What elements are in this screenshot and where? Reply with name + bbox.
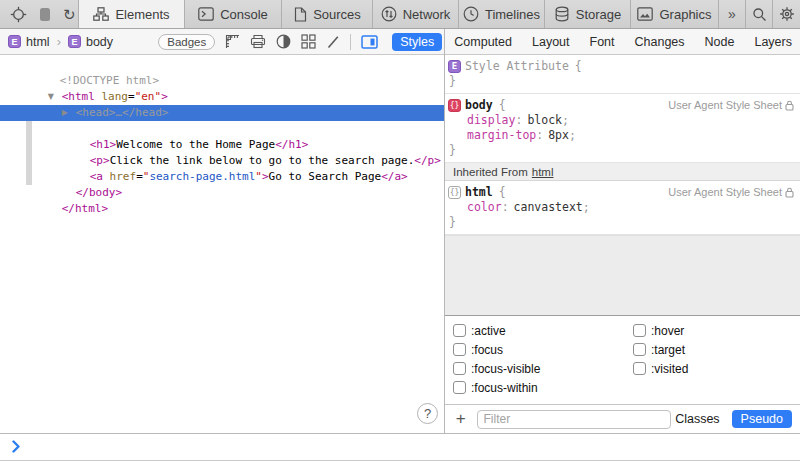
pseudo-label: :focus-within [471, 381, 538, 395]
sidebar-tab-node[interactable]: Node [697, 33, 743, 51]
checkbox-target[interactable] [633, 343, 646, 356]
closing-brace: } [445, 74, 800, 89]
tab-storage[interactable]: Storage [544, 0, 630, 28]
inherited-element-link[interactable]: html [532, 166, 554, 178]
disclosure-triangle-icon[interactable]: ▼ [48, 89, 62, 105]
more-tabs-icon[interactable]: » [718, 0, 745, 28]
add-rule-button[interactable]: + [453, 409, 469, 429]
breadcrumb-item-body[interactable]: body [86, 35, 113, 49]
style-attribute-section: E Style Attribute { } [445, 55, 800, 94]
checkbox-focus-within[interactable] [453, 381, 466, 394]
element-picker-icon[interactable] [10, 6, 27, 23]
rule-html: {} html { User Agent Style Sheet color:c… [445, 181, 800, 235]
tab-elements[interactable]: Elements [78, 0, 184, 28]
sidebar-tab-font[interactable]: Font [582, 33, 623, 51]
checkbox-active[interactable] [453, 324, 466, 337]
disclosure-triangle-icon[interactable]: ▶ [62, 105, 76, 121]
dom-toolbar: E html › E body Badges [0, 29, 386, 54]
grid-overlay-icon[interactable] [301, 34, 316, 49]
tab-timelines[interactable]: Timelines [458, 0, 544, 28]
image-icon [637, 7, 653, 21]
checkbox-focus[interactable] [453, 343, 466, 356]
clock-icon [463, 6, 479, 22]
element-badge: E [8, 35, 21, 48]
styles-bottom-bar: + Classes Pseudo [445, 404, 800, 433]
rule-selector-row[interactable]: {} body { User Agent Style Sheet [445, 98, 800, 113]
print-icon[interactable] [250, 34, 266, 49]
checkbox-visited[interactable] [633, 362, 646, 375]
secondary-toolbar: E html › E body Badges [0, 29, 800, 55]
disclosure-triangle-icon[interactable]: ▼ [62, 121, 76, 137]
checkbox-hover[interactable] [633, 324, 646, 337]
attribute-link-value[interactable]: search-page.html [149, 170, 255, 183]
quick-console-bar[interactable] [0, 433, 800, 461]
css-property-row[interactable]: margin-top:8px; [445, 128, 800, 143]
style-filter-input[interactable] [477, 410, 672, 429]
tab-sources[interactable]: Sources [281, 0, 372, 28]
tab-label: Storage [576, 7, 622, 22]
rule-selector-row[interactable]: {} html { User Agent Style Sheet [445, 185, 800, 200]
checkbox-focus-visible[interactable] [453, 362, 466, 375]
inherited-from-bar: Inherited From html [445, 163, 800, 181]
rule-selector: body [465, 98, 493, 113]
closing-brace: } [445, 215, 800, 230]
pseudo-class-panel: :active :focus :focus-visible :focus-wit… [445, 316, 800, 400]
device-icon[interactable] [39, 7, 51, 22]
main-tab-bar: ↻ Elements Console Sources [0, 0, 800, 29]
sitemap-icon [93, 7, 109, 21]
sidebar-tab-layers[interactable]: Layers [746, 33, 800, 51]
classes-button[interactable]: Classes [671, 410, 723, 428]
pseudo-label: :focus-visible [471, 362, 540, 376]
search-icon[interactable] [745, 0, 772, 28]
pseudo-row: :target [633, 340, 688, 359]
tab-label: Network [403, 7, 451, 22]
dom-node-doctype[interactable]: <!DOCTYPE html> [0, 57, 444, 73]
database-icon [554, 6, 570, 22]
console-icon [198, 7, 214, 21]
styles-sidebar: E Style Attribute { } {} body { User Age… [445, 55, 800, 433]
rulers-icon[interactable] [225, 34, 240, 49]
selection-indent-guide [26, 121, 32, 185]
breadcrumb-item-html[interactable]: html [26, 35, 50, 49]
tab-label: Console [220, 7, 268, 22]
sidebar-tab-changes[interactable]: Changes [627, 33, 693, 51]
pseudo-row: :focus-visible [453, 359, 540, 378]
pseudo-row: :focus [453, 340, 540, 359]
details-sidebar-toggle-icon[interactable] [361, 35, 378, 49]
pseudo-row: :hover [633, 321, 688, 340]
pseudo-button[interactable]: Pseudo [732, 410, 792, 428]
tab-network[interactable]: Network [372, 0, 458, 28]
badges-button[interactable]: Badges [158, 34, 215, 50]
lock-icon [785, 187, 794, 198]
css-property-row[interactable]: color:canvastext; [445, 200, 800, 215]
inspector-toolbar-right: » [718, 0, 800, 28]
pseudo-label: :hover [651, 324, 684, 338]
style-attribute-selector-row[interactable]: E Style Attribute { [445, 59, 800, 74]
element-badge: E [68, 35, 81, 48]
appearance-contrast-icon[interactable] [276, 34, 291, 49]
styles-empty-area [445, 235, 800, 316]
sidebar-tab-layout[interactable]: Layout [524, 33, 578, 51]
tab-console[interactable]: Console [184, 0, 281, 28]
sidebar-tab-bar: Styles Computed Layout Font Changes Node… [386, 29, 800, 54]
reload-icon[interactable]: ↻ [63, 7, 76, 22]
css-rule-icon: {} [448, 99, 461, 112]
network-icon [381, 6, 397, 22]
tab-label: Elements [115, 7, 169, 22]
sidebar-tab-computed[interactable]: Computed [446, 33, 520, 51]
gear-icon[interactable] [772, 0, 800, 28]
tab-graphics[interactable]: Graphics [630, 0, 718, 28]
rule-origin: User Agent Style Sheet [668, 185, 794, 200]
document-icon [293, 7, 307, 22]
inspector-toolbar-left: ↻ [0, 0, 78, 28]
edit-pen-icon[interactable] [326, 35, 340, 49]
closing-brace: } [445, 143, 800, 158]
help-button[interactable]: ? [417, 403, 438, 424]
sidebar-tab-styles[interactable]: Styles [392, 33, 442, 51]
pseudo-label: :active [471, 324, 506, 338]
css-property-row[interactable]: display:block; [445, 113, 800, 128]
tab-label: Timelines [485, 7, 540, 22]
rule-body: {} body { User Agent Style Sheet display… [445, 94, 800, 163]
tab-label: Graphics [659, 7, 711, 22]
chevron-right-icon: › [55, 34, 63, 49]
